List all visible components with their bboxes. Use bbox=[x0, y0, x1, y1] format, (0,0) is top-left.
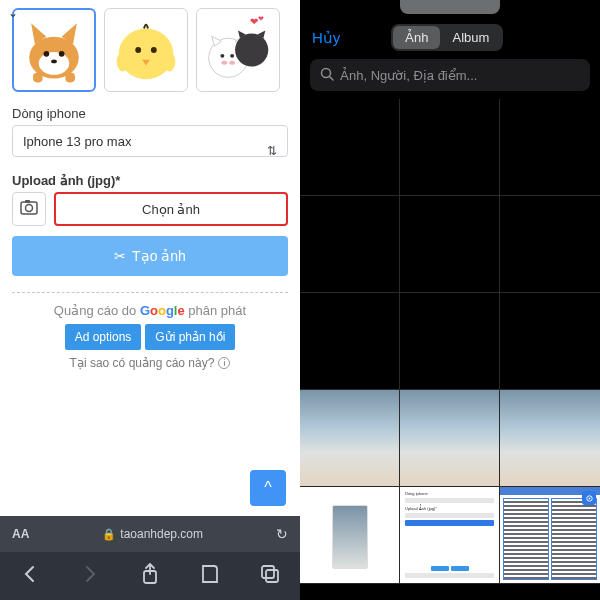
forward-button bbox=[78, 562, 102, 591]
refresh-icon[interactable]: ↻ bbox=[276, 526, 288, 542]
ad-area: Quảng cáo do Google phân phát Ad options… bbox=[0, 293, 300, 381]
cancel-button[interactable]: Hủy bbox=[312, 29, 340, 47]
photo-thumbnail[interactable] bbox=[400, 293, 500, 390]
ad-options-button[interactable]: Ad options bbox=[65, 324, 142, 350]
search-icon bbox=[320, 67, 334, 84]
photo-grid: Dòng iphone Upload Ảnh (jpg)* bbox=[300, 99, 600, 584]
safari-toolbar bbox=[0, 552, 300, 600]
url-text: taoanhdep.com bbox=[120, 527, 203, 541]
sticker-row: ❤ ❤ bbox=[0, 8, 300, 100]
create-label: Tạo ảnh bbox=[132, 248, 186, 264]
photo-thumbnail[interactable] bbox=[300, 390, 400, 487]
web-form-pane: ⌄ bbox=[0, 0, 300, 600]
svg-point-13 bbox=[235, 33, 268, 66]
svg-point-17 bbox=[229, 61, 235, 65]
svg-point-11 bbox=[164, 52, 176, 72]
search-input[interactable]: Ảnh, Người, Địa điểm... bbox=[310, 59, 590, 91]
google-logo-text: Google bbox=[140, 303, 185, 318]
svg-point-10 bbox=[117, 52, 129, 72]
scissors-icon: ✂ bbox=[114, 248, 126, 264]
svg-rect-22 bbox=[25, 200, 30, 203]
photo-thumbnail[interactable] bbox=[500, 390, 600, 487]
sticker-cats[interactable]: ❤ ❤ bbox=[196, 8, 280, 92]
scroll-top-button[interactable]: ^ bbox=[250, 470, 286, 506]
svg-point-29 bbox=[588, 497, 590, 499]
upload-label: Upload ảnh (jpg)* bbox=[0, 167, 300, 192]
bookmarks-button[interactable] bbox=[198, 562, 222, 591]
chevron-down-icon[interactable]: ⌄ bbox=[8, 6, 18, 20]
share-button[interactable] bbox=[138, 562, 162, 591]
camera-button[interactable] bbox=[12, 192, 46, 226]
phone-model-value: Iphone 13 pro max bbox=[23, 134, 131, 149]
svg-point-9 bbox=[151, 47, 157, 53]
segment-control[interactable]: Ảnh Album bbox=[391, 24, 503, 51]
ad-feedback-button[interactable]: Gửi phản hồi bbox=[145, 324, 235, 350]
photo-thumbnail[interactable] bbox=[400, 99, 500, 196]
phone-model-label: Dòng iphone bbox=[0, 100, 300, 125]
svg-point-26 bbox=[322, 68, 331, 77]
svg-point-4 bbox=[51, 60, 57, 64]
svg-point-2 bbox=[44, 51, 50, 57]
photo-thumbnail[interactable] bbox=[300, 293, 400, 390]
text-size-button[interactable]: AA bbox=[12, 527, 29, 541]
select-updown-icon: ⇅ bbox=[267, 135, 277, 167]
svg-point-16 bbox=[221, 61, 227, 65]
phone-model-select[interactable]: Iphone 13 pro max ⇅ bbox=[12, 125, 288, 157]
photo-thumbnail[interactable] bbox=[300, 99, 400, 196]
photo-thumbnail[interactable] bbox=[500, 293, 600, 390]
photo-thumbnail[interactable] bbox=[300, 487, 400, 584]
photo-picker-pane: Hủy Ảnh Album Ảnh, Người, Địa điểm... bbox=[300, 0, 600, 600]
photo-thumbnail[interactable] bbox=[300, 196, 400, 293]
upload-row: Chọn ảnh bbox=[0, 192, 300, 236]
svg-text:❤: ❤ bbox=[250, 16, 258, 27]
svg-text:❤: ❤ bbox=[258, 15, 264, 22]
photo-thumbnail[interactable] bbox=[500, 99, 600, 196]
info-icon: i bbox=[218, 357, 230, 369]
choose-image-label: Chọn ảnh bbox=[142, 202, 200, 217]
svg-rect-24 bbox=[262, 566, 274, 578]
svg-point-15 bbox=[230, 54, 234, 58]
photo-thumbnail[interactable]: Dòng iphone Upload Ảnh (jpg)* bbox=[400, 487, 500, 584]
svg-rect-5 bbox=[33, 73, 43, 83]
picker-header: Hủy Ảnh Album bbox=[300, 14, 600, 59]
photo-thumbnail[interactable] bbox=[400, 390, 500, 487]
ad-attribution: Quảng cáo do Google phân phát bbox=[12, 303, 288, 318]
notch bbox=[400, 0, 500, 14]
svg-point-3 bbox=[59, 51, 65, 57]
photo-thumbnail[interactable] bbox=[500, 487, 600, 584]
svg-rect-6 bbox=[65, 73, 75, 83]
search-placeholder: Ảnh, Người, Địa điểm... bbox=[340, 68, 477, 83]
svg-line-27 bbox=[330, 77, 333, 80]
photo-thumbnail[interactable] bbox=[500, 196, 600, 293]
svg-rect-25 bbox=[266, 570, 278, 582]
svg-point-8 bbox=[135, 47, 141, 53]
create-button[interactable]: ✂ Tạo ảnh bbox=[12, 236, 288, 276]
svg-point-21 bbox=[26, 205, 33, 212]
sticker-shiba[interactable] bbox=[12, 8, 96, 92]
safari-address-bar[interactable]: AA 🔒 taoanhdep.com ↻ bbox=[0, 516, 300, 552]
sticker-chick[interactable] bbox=[104, 8, 188, 92]
back-button[interactable] bbox=[18, 562, 42, 591]
tab-photos[interactable]: Ảnh bbox=[393, 26, 440, 49]
camera-icon bbox=[20, 199, 38, 219]
svg-point-14 bbox=[220, 54, 224, 58]
choose-image-button[interactable]: Chọn ảnh bbox=[54, 192, 288, 226]
why-ad-link[interactable]: Tại sao có quảng cáo này? i bbox=[70, 356, 231, 370]
url-display[interactable]: 🔒 taoanhdep.com bbox=[37, 527, 268, 541]
photo-thumbnail[interactable] bbox=[400, 196, 500, 293]
chevron-up-icon: ^ bbox=[264, 479, 272, 497]
lock-icon: 🔒 bbox=[102, 528, 116, 541]
live-photo-icon bbox=[582, 491, 596, 505]
tabs-button[interactable] bbox=[258, 562, 282, 591]
tab-albums[interactable]: Album bbox=[440, 26, 501, 49]
svg-point-7 bbox=[119, 29, 174, 80]
